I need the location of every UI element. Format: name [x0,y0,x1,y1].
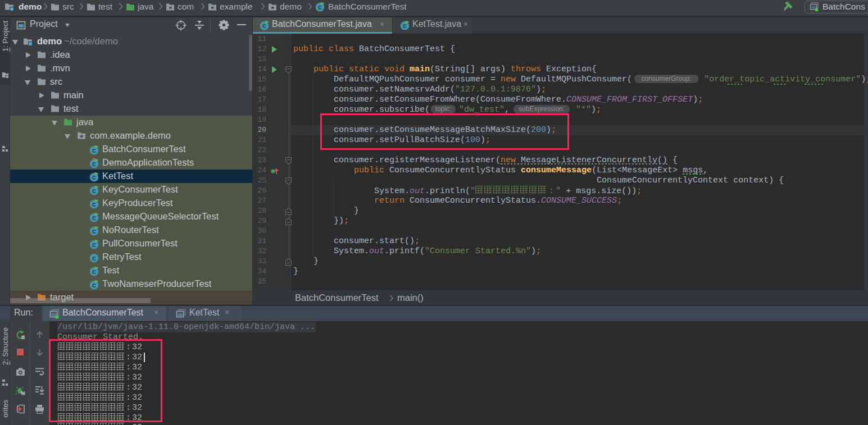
svg-text:C: C [403,22,407,30]
svg-text:C: C [92,255,96,262]
svg-text:C: C [92,228,96,235]
svg-text:C: C [92,241,96,249]
svg-text:C: C [92,147,96,154]
svg-text:C: C [92,174,96,181]
svg-text:C: C [262,22,266,30]
svg-text:C: C [92,161,96,168]
svg-text:C: C [92,201,96,208]
svg-text:C: C [92,282,96,289]
svg-text:C: C [318,4,322,11]
svg-text:C: C [92,188,96,195]
svg-text:C: C [92,214,96,222]
svg-text:C: C [92,268,96,276]
